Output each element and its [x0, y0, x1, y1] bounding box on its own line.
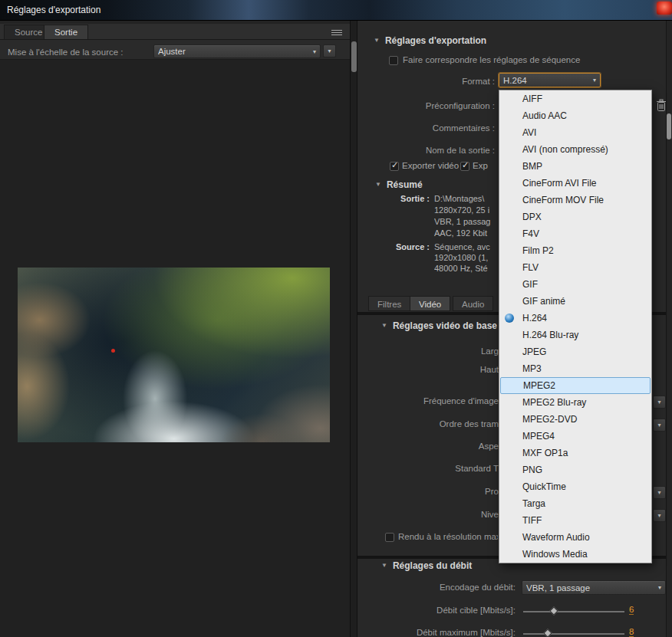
checkmark-icon: ✓ [462, 160, 469, 170]
summary-output-line: AAC, 192 Kbit [434, 228, 499, 238]
section-triangle-icon: ▼ [381, 322, 387, 329]
format-option[interactable]: GIF animé [499, 293, 651, 310]
summary-output-line: D:\Montages\ [434, 194, 499, 203]
basic-video-settings-header[interactable]: ▼Réglages vidéo de base [381, 320, 497, 331]
bitrate-encoding-label: Encodage du débit: [362, 583, 516, 592]
close-button[interactable] [657, 2, 672, 15]
format-option[interactable]: CineForm AVI File [499, 175, 651, 192]
scale-extra-dropdown-button[interactable]: ▾ [323, 44, 336, 57]
chevron-down-icon: ▾ [657, 489, 660, 496]
format-option[interactable]: FLV [499, 259, 651, 276]
level-dropdown-button[interactable]: ▾ [653, 509, 666, 522]
panel-divider [350, 21, 357, 637]
titlebar: Réglages d'exportation [0, 0, 672, 21]
format-option[interactable]: H.264 Blu-ray [499, 327, 651, 343]
format-option[interactable]: DPX [499, 209, 651, 225]
summary-output-line: VBR, 1 passag [434, 217, 499, 226]
render-max-label-text: Rendu à la résolution max [398, 532, 498, 541]
aspect-label: Aspe [330, 442, 499, 451]
export-audio-checkbox[interactable]: ✓ [460, 162, 469, 171]
field-order-dropdown-button[interactable]: ▾ [653, 419, 666, 432]
field-order-label: Ordre des tram [330, 419, 499, 428]
selected-radio-icon [505, 314, 514, 323]
format-option[interactable]: AIFF [499, 90, 651, 107]
comments-label: Commentaires : [384, 123, 495, 133]
chevron-down-icon: ▾ [658, 584, 661, 591]
section-triangle-icon: ▼ [381, 562, 387, 569]
bitrate-encoding-select[interactable]: VBR, 1 passage ▾ [522, 580, 666, 595]
section-triangle-icon: ▼ [374, 37, 380, 44]
scale-select[interactable]: Ajuster ▾ [153, 44, 321, 58]
format-option[interactable]: PNG [499, 461, 651, 478]
format-option[interactable]: MP3 [499, 360, 651, 377]
format-select[interactable]: H.264 ▾ [499, 73, 601, 87]
delete-preset-button[interactable] [656, 99, 667, 115]
format-option[interactable]: MXF OP1a [499, 445, 651, 461]
format-select-value: H.264 [503, 76, 590, 85]
panel-menu-icon[interactable] [331, 29, 343, 37]
summary-output-line: 1280x720, 25 i [434, 205, 499, 215]
target-bitrate-value[interactable]: 6 [629, 605, 634, 615]
export-audio-label: Exp [473, 161, 498, 170]
tab-sortie[interactable]: Sortie [44, 25, 88, 39]
max-bitrate-slider[interactable] [523, 629, 624, 637]
slider-thumb[interactable] [549, 606, 558, 615]
slider-track[interactable] [523, 611, 624, 612]
chevron-down-icon: ▾ [328, 48, 331, 54]
tab-filtres[interactable]: Filtres [368, 296, 410, 311]
chevron-down-icon: ▾ [593, 77, 596, 84]
format-option[interactable]: JPEG [499, 343, 651, 360]
format-option[interactable]: Audio AAC [499, 107, 651, 124]
format-option[interactable]: MPEG2 [500, 377, 651, 394]
chevron-down-icon: ▾ [657, 422, 660, 428]
target-bitrate-slider[interactable] [523, 606, 624, 617]
checkmark-icon: ✓ [391, 160, 398, 170]
format-option[interactable]: MPEG2-DVD [499, 411, 651, 428]
summary-header[interactable]: ▼Résumé [375, 179, 423, 190]
export-settings-header-label: Réglages d'exportation [385, 35, 486, 46]
slider-thumb[interactable] [543, 629, 552, 637]
bitrate-settings-header[interactable]: ▼Réglages du débit [381, 560, 472, 571]
format-label: Format : [399, 77, 495, 86]
format-option[interactable]: H.264 [499, 310, 651, 327]
format-option[interactable]: AVI (non compressé) [499, 141, 651, 158]
tab-audio[interactable]: Audio [453, 296, 493, 311]
format-option[interactable]: QuickTime [499, 478, 651, 495]
window-title: Réglages d'exportation [7, 5, 100, 15]
format-option[interactable]: Windows Media [499, 546, 651, 563]
max-bitrate-value[interactable]: 8 [629, 627, 634, 637]
format-option[interactable]: Targa [499, 495, 651, 512]
scale-select-value: Ajuster [158, 47, 310, 56]
left-scrollbar-thumb[interactable] [351, 41, 357, 72]
profile-dropdown-button[interactable]: ▾ [653, 486, 666, 499]
level-label: Nive [330, 510, 499, 519]
format-option[interactable]: Film P2 [499, 242, 651, 259]
format-option[interactable]: Waveform Audio [499, 529, 651, 546]
width-label: Larg [330, 346, 499, 356]
render-max-label: Rendu à la résolution max [398, 532, 498, 543]
format-option[interactable]: TIFF [499, 512, 651, 529]
chevron-down-icon: ▾ [313, 48, 316, 55]
profile-label: Pro [330, 487, 499, 496]
tab-video[interactable]: Vidéo [410, 296, 450, 311]
format-option[interactable]: AVI [499, 124, 651, 141]
right-scrollbar-thumb[interactable] [667, 113, 671, 140]
render-max-checkbox[interactable]: ✓ [385, 533, 394, 542]
framerate-dropdown-button[interactable]: ▾ [653, 396, 666, 409]
height-label: Haut [330, 365, 499, 374]
chevron-down-icon: ▾ [657, 512, 660, 519]
match-sequence-checkbox[interactable]: ✓ [389, 56, 398, 65]
summary-source-label: Source : [361, 242, 430, 251]
summary-source-line: 1920x1080 (1, [434, 253, 499, 262]
format-option[interactable]: MPEG2 Blu-ray [499, 394, 651, 411]
export-settings-header[interactable]: ▼Réglages d'exportation [374, 35, 486, 46]
format-option[interactable]: BMP [499, 158, 651, 175]
summary-source-line: 48000 Hz, Sté [434, 264, 499, 273]
format-option[interactable]: CineForm MOV File [499, 192, 651, 209]
format-option[interactable]: F4V [499, 225, 651, 242]
format-option[interactable]: MPEG4 [499, 428, 651, 445]
slider-track[interactable] [523, 633, 624, 635]
summary-header-label: Résumé [387, 179, 423, 190]
export-video-checkbox[interactable]: ✓ [390, 162, 399, 171]
format-option[interactable]: GIF [499, 276, 651, 293]
